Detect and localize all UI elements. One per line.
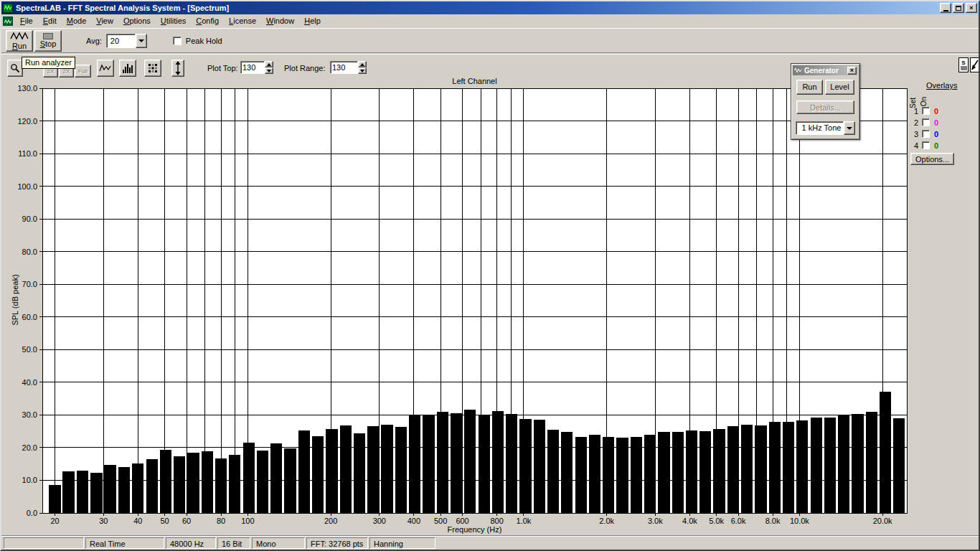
menu-utilities[interactable]: Utilities [156, 15, 191, 27]
status-mode: Real Time [85, 537, 164, 549]
status-sample-rate: 48000 Hz [166, 537, 216, 549]
generator-run-button[interactable]: Run [796, 80, 823, 95]
plot-range-input[interactable] [330, 61, 358, 74]
svg-text:10.0: 10.0 [22, 476, 37, 484]
menu-bar: File Edit Mode View Options Utilities Co… [1, 14, 979, 28]
plot-range-spinner[interactable] [358, 61, 367, 74]
svg-text:1.0k: 1.0k [516, 517, 531, 525]
bar-plot-icon [122, 63, 133, 73]
close-button[interactable]: × [966, 3, 977, 13]
avg-dropdown[interactable]: 20 [106, 34, 147, 48]
run-analyzer-tooltip: Run analyzer [22, 57, 75, 69]
menu-help[interactable]: Help [299, 15, 326, 27]
plot-top-label: Plot Top: [207, 64, 238, 72]
svg-text:100: 100 [241, 517, 254, 525]
time-series-view-button[interactable] [97, 60, 114, 77]
generator-title: Generator [804, 67, 847, 75]
generator-dialog: Generator × Run Level Details... 1 kHz T… [791, 63, 860, 140]
overlay-1-checkbox[interactable] [922, 107, 930, 115]
svg-text:6.0k: 6.0k [731, 517, 746, 525]
stop-icon [43, 33, 53, 39]
svg-text:300: 300 [373, 517, 386, 525]
status-fft-size: FFT: 32768 pts [306, 537, 368, 549]
run-button-label: Run [12, 42, 27, 50]
svg-text:40: 40 [133, 517, 142, 525]
svg-text:10.0k: 10.0k [790, 517, 809, 525]
menu-mode[interactable]: Mode [62, 15, 92, 27]
menu-window[interactable]: Window [261, 15, 299, 27]
generator-details-button[interactable]: Details... [796, 100, 854, 114]
app-icon[interactable] [3, 4, 13, 13]
generator-signal-arrow[interactable] [844, 121, 855, 135]
svg-text:60.0: 60.0 [22, 313, 37, 321]
svg-text:4.0k: 4.0k [682, 517, 697, 525]
spectrum-view-button[interactable] [119, 60, 136, 77]
svg-text:5.0k: 5.0k [709, 517, 724, 525]
svg-text:40.0: 40.0 [22, 378, 37, 387]
zoom-tool-button[interactable] [7, 60, 23, 77]
menu-options[interactable]: Options [118, 15, 156, 27]
svg-text:80: 80 [217, 517, 225, 525]
generator-body: Run Level Details... 1 kHz Tone [791, 77, 859, 135]
status-bar: Real Time 48000 Hz 16 Bit Mono FFT: 3276… [1, 535, 979, 550]
run-waveform-icon [10, 32, 29, 42]
stop-button[interactable]: Stop [34, 30, 62, 52]
spinner-down-icon[interactable] [358, 67, 367, 74]
menu-view[interactable]: View [91, 15, 118, 27]
plot-top-input[interactable] [240, 61, 265, 74]
stop-button-label: Stop [40, 40, 57, 48]
amplitude-scale-button[interactable] [171, 60, 184, 77]
overlays-options-button[interactable]: Options... [910, 153, 954, 165]
peak-hold-label: Peak Hold [186, 37, 222, 45]
menu-edit[interactable]: Edit [38, 15, 62, 27]
generator-close-button[interactable]: × [847, 67, 857, 75]
cursor-status-icon[interactable] [970, 57, 980, 72]
svg-text:30: 30 [99, 517, 108, 525]
spinner-down-icon[interactable] [265, 67, 273, 74]
spectrum-window-icon[interactable] [3, 17, 13, 26]
svg-text:20: 20 [50, 517, 59, 525]
svg-text:60: 60 [182, 517, 191, 525]
overlay-3-checkbox[interactable] [922, 130, 930, 138]
menu-license[interactable]: License [224, 15, 261, 27]
generator-title-bar[interactable]: Generator × [793, 65, 858, 75]
overlays-title[interactable]: Overlays [926, 81, 957, 90]
signal-status-icon[interactable]: S [958, 57, 969, 72]
svg-text:80.0: 80.0 [22, 248, 37, 256]
spectrogram-view-button[interactable] [144, 60, 161, 77]
overlay-4-number: 4 [913, 141, 919, 150]
maximize-icon [956, 6, 961, 11]
avg-dropdown-arrow[interactable] [136, 34, 147, 48]
minimize-button[interactable] [940, 3, 951, 13]
generator-signal-dropdown[interactable]: 1 kHz Tone [796, 121, 855, 135]
svg-text:100.0: 100.0 [17, 182, 37, 191]
zoom-full-button[interactable]: Full [75, 65, 91, 77]
spinner-up-icon[interactable] [265, 61, 273, 67]
menu-config[interactable]: Config [191, 15, 224, 27]
overlay-4-checkbox[interactable] [922, 141, 930, 149]
svg-text:3.0k: 3.0k [648, 517, 663, 525]
overlay-2-checkbox[interactable] [922, 118, 930, 126]
maximize-button[interactable] [953, 3, 964, 13]
status-empty-panel [4, 537, 84, 549]
app-window: SpectraLAB - FFT Spectral Analysis Syste… [0, 0, 980, 551]
svg-text:0.0: 0.0 [27, 509, 37, 517]
svg-text:200: 200 [324, 517, 337, 525]
svg-text:110.0: 110.0 [18, 149, 37, 158]
close-icon: × [969, 4, 973, 11]
svg-text:50.0: 50.0 [22, 345, 37, 354]
plot-top-spinner[interactable] [265, 61, 273, 74]
menu-file[interactable]: File [15, 15, 38, 27]
run-button[interactable]: Run [6, 30, 33, 52]
svg-text:20.0: 20.0 [22, 443, 37, 452]
chevron-down-icon [847, 127, 852, 130]
overlay-2-value: 0 [934, 118, 938, 127]
peak-hold-checkbox[interactable] [173, 37, 182, 45]
generator-level-button[interactable]: Level [825, 80, 854, 95]
spinner-up-icon[interactable] [358, 61, 367, 67]
svg-text:400: 400 [407, 517, 420, 525]
magnifier-icon [10, 63, 20, 73]
status-bit-depth: 16 Bit [217, 537, 250, 549]
svg-text:130.0: 130.0 [17, 84, 37, 93]
svg-text:Frequency (Hz): Frequency (Hz) [448, 525, 502, 534]
